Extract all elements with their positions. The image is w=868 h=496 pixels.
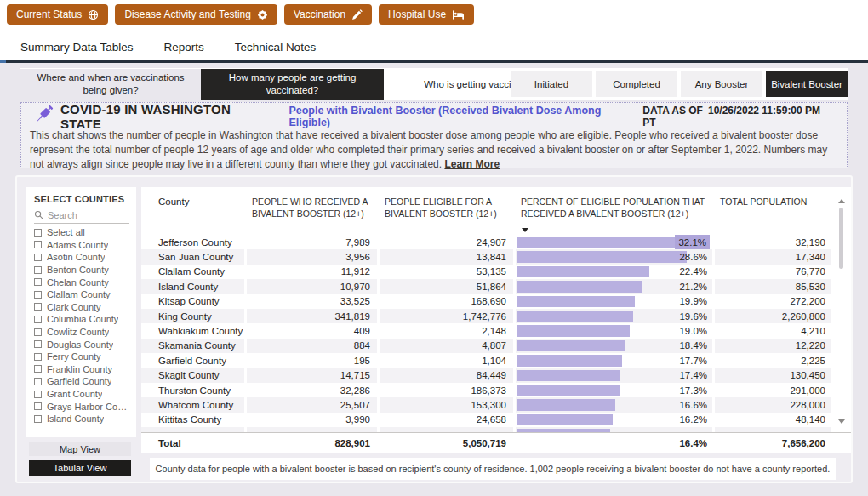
globe-icon <box>88 9 99 20</box>
eligible-cell: 24,907 <box>380 235 516 249</box>
county-cell: King County <box>141 309 247 323</box>
county-checkbox-item[interactable]: Grays Harbor Coun... <box>34 400 129 413</box>
eligible-cell: 51,864 <box>380 279 516 294</box>
hospital-bed-icon <box>452 9 465 20</box>
learn-more-link[interactable]: Learn More <box>444 158 500 170</box>
data-as-of: DATA AS OF10/26/2022 11:59:00 PM PT <box>642 105 835 128</box>
county-checkbox-item[interactable]: Chelan County <box>34 276 129 288</box>
scrollbar-thumb[interactable] <box>839 208 843 269</box>
qtab-how-many[interactable]: How many people are getting vaccinated? <box>201 69 384 100</box>
received-cell: 7,989 <box>247 235 380 249</box>
checkbox-icon[interactable] <box>34 316 42 323</box>
table-row[interactable]: Jefferson County7,98924,90732.1%32,190 <box>141 235 851 249</box>
county-label: Garfield County <box>47 376 111 386</box>
scroll-up-icon[interactable] <box>838 199 845 203</box>
percent-bar <box>517 281 642 292</box>
table-row[interactable]: Wahkiakum County4092,14819.0%4,210 <box>141 323 851 338</box>
checkbox-icon[interactable] <box>34 328 42 336</box>
checkbox-icon[interactable] <box>34 353 42 361</box>
metric-tab-any-booster[interactable]: Any Booster <box>681 71 762 97</box>
checkbox-icon[interactable] <box>34 365 42 373</box>
percent-cell <box>516 427 715 432</box>
nav-disease-activity-button[interactable]: Disease Activity and Testing <box>115 4 277 25</box>
header-received[interactable]: PEOPLE WHO RECEIVED A BIVALENT BOOSTER (… <box>247 196 380 235</box>
table-row[interactable]: Clallam County11,91253,13522.4%76,770 <box>141 265 851 279</box>
table-row[interactable]: Thurston County32,286186,37317.3%291,000 <box>141 383 851 397</box>
county-checkbox-item[interactable]: Ferry County <box>34 351 129 363</box>
eligible-cell: 2,148 <box>380 323 516 338</box>
county-checkbox-item[interactable]: Grant County <box>34 388 129 401</box>
table-row[interactable]: King County341,8191,742,77619.6%2,260,80… <box>141 309 851 323</box>
table-row[interactable]: Skagit County14,71584,44917.4%130,450 <box>141 368 851 383</box>
table-row[interactable]: Island County10,97051,86421.2%85,530 <box>141 279 851 294</box>
tabular-view-button[interactable]: Tabular View <box>29 460 131 476</box>
header-eligible[interactable]: PEOPLE ELIGIBLE FOR A BIVALENT BOOSTER (… <box>380 196 516 235</box>
checkbox-icon[interactable] <box>34 303 42 311</box>
county-checkbox-item[interactable]: Cowlitz County <box>34 326 129 339</box>
metric-tab-bivalent-booster[interactable]: Bivalent Booster <box>766 71 848 97</box>
county-label: Ferry County <box>47 351 101 362</box>
top-navigation: Current Status Disease Activity and Test… <box>7 4 474 25</box>
table-row[interactable]: Whatcom County25,507153,30016.6%228,000 <box>141 397 851 412</box>
county-search[interactable] <box>34 207 129 224</box>
county-cell: Skagit County <box>141 368 247 383</box>
county-checkbox-item[interactable]: Select all <box>34 226 129 239</box>
checkbox-icon[interactable] <box>34 340 42 348</box>
county-checkbox-item[interactable]: Asotin County <box>34 251 129 264</box>
checkbox-icon[interactable] <box>34 229 42 237</box>
county-checkbox-item[interactable]: Douglas County <box>34 338 129 351</box>
county-checkbox-item[interactable]: Island County <box>34 413 129 425</box>
tab-reports[interactable]: Reports <box>164 41 204 54</box>
table-row[interactable]: Kittitas County3,99024,65816.2%48,140 <box>141 413 851 427</box>
tab-technical-notes[interactable]: Technical Notes <box>235 41 316 54</box>
checkbox-icon[interactable] <box>34 378 42 385</box>
percent-label: 16.2% <box>679 413 707 427</box>
checkbox-icon[interactable] <box>34 266 42 274</box>
percent-label: 28.6% <box>679 249 707 264</box>
metric-tab-completed[interactable]: Completed <box>596 71 677 97</box>
county-checkbox-item[interactable]: Adams County <box>34 239 129 252</box>
percent-cell: 16.2% <box>516 413 715 427</box>
county-label: Benton County <box>47 265 109 275</box>
map-view-button[interactable]: Map View <box>29 442 131 456</box>
county-label: Adams County <box>47 240 108 250</box>
checkbox-icon[interactable] <box>34 391 42 398</box>
county-checkbox-item[interactable]: Franklin County <box>34 363 129 376</box>
checkbox-icon[interactable] <box>34 402 42 410</box>
checkbox-icon[interactable] <box>34 241 42 248</box>
county-checkbox-item[interactable]: Benton County <box>34 264 129 277</box>
population-cell: 291,000 <box>715 383 833 397</box>
checkbox-icon[interactable] <box>34 291 42 299</box>
table-row[interactable]: Skamania County8844,80718.4%12,220 <box>141 339 851 353</box>
table-scrollbar[interactable] <box>837 199 847 442</box>
nav-vaccination-button[interactable]: Vaccination <box>284 4 372 25</box>
nav-hospital-use-button[interactable]: Hospital Use <box>379 4 474 25</box>
metric-tab-initiated[interactable]: Initiated <box>511 71 592 97</box>
checkbox-icon[interactable] <box>34 254 42 261</box>
table-row[interactable]: San Juan County3,95613,84128.6%17,340 <box>141 249 851 264</box>
nav-button-label: Vaccination <box>294 9 345 20</box>
header-county[interactable]: County <box>141 196 247 235</box>
county-checkbox-item[interactable]: Clallam County <box>34 288 129 301</box>
scroll-down-icon[interactable] <box>838 419 845 424</box>
checkbox-icon[interactable] <box>34 278 42 286</box>
search-input[interactable] <box>48 210 119 220</box>
received-cell: 409 <box>247 323 380 338</box>
percent-cell: 22.4% <box>516 265 715 279</box>
pencil-icon <box>351 9 363 20</box>
county-checkbox-item[interactable]: Columbia County <box>34 313 129 326</box>
county-cell: Thurston County <box>141 383 247 397</box>
table-footnote: County data for people with a bivalent b… <box>150 458 836 480</box>
table-row[interactable]: Kitsap County33,525168,69019.9%272,200 <box>141 294 851 309</box>
header-population[interactable]: TOTAL POPULATION <box>715 196 833 235</box>
county-checkbox-item[interactable]: Garfield County <box>34 375 129 388</box>
table-row-partial[interactable] <box>141 427 851 432</box>
checkbox-icon[interactable] <box>34 415 42 423</box>
header-percent[interactable]: PERCENT OF ELIGIBLE POPULATION THAT RECE… <box>516 196 715 235</box>
county-checkbox-item[interactable]: Clark County <box>34 301 129 314</box>
population-cell: 48,140 <box>715 413 833 427</box>
table-row[interactable]: Garfield County1951,10417.7%2,225 <box>141 353 851 368</box>
nav-current-status-button[interactable]: Current Status <box>7 4 108 25</box>
tab-summary-data-tables[interactable]: Summary Data Tables <box>20 41 134 54</box>
qtab-where-when[interactable]: Where and when are vaccinations being gi… <box>20 69 201 100</box>
